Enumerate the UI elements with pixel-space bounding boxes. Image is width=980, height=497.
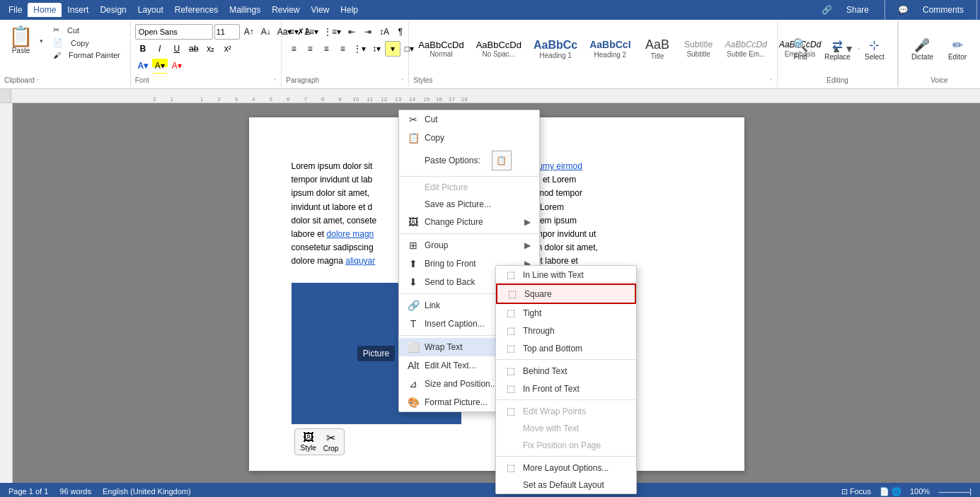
menu-insert[interactable]: Insert — [62, 3, 94, 17]
focus-button[interactable]: ⊡ Focus — [841, 487, 871, 496]
style-heading2[interactable]: AaBbCcI Heading 2 — [584, 28, 635, 69]
show-formatting-button[interactable]: ¶ — [393, 24, 408, 40]
crop-icon: ✂ — [326, 431, 335, 445]
ctx-wrap-text-label: Wrap Text — [425, 342, 463, 352]
align-right-button[interactable]: ≡ — [318, 41, 334, 57]
link-dolore[interactable]: dolore magn — [327, 229, 374, 239]
sub-default-layout[interactable]: Set as Default Layout — [496, 476, 636, 493]
ctx-change-picture-label: Change Picture — [425, 217, 483, 227]
zoom-slider[interactable]: ————| — [938, 487, 972, 496]
style-subtle[interactable]: AaBbCcDd Subtle Em... — [720, 28, 772, 69]
decrease-indent-button[interactable]: ⇤ — [344, 24, 359, 40]
copy-icon: 📄 — [50, 37, 66, 48]
menu-references[interactable]: References — [169, 3, 224, 17]
decrease-font-button[interactable]: A↓ — [258, 24, 274, 40]
menu-home[interactable]: Home — [28, 3, 62, 17]
align-left-button[interactable]: ≡ — [286, 41, 301, 57]
style-subtitle[interactable]: Subtitle Subtitle — [679, 28, 718, 69]
sub-tight[interactable]: ⬚ Tight — [496, 304, 636, 322]
style-normal[interactable]: AaBbCcDd Normal — [413, 28, 468, 69]
menu-view[interactable]: View — [306, 3, 335, 17]
comments-button[interactable]: 💬 Comments — [884, 0, 977, 21]
crop-button[interactable]: ✂ Crop — [323, 431, 339, 452]
style-h1-name: Heading 1 — [539, 52, 572, 59]
strikethrough-button[interactable]: ab — [186, 41, 202, 57]
sub-square[interactable]: ⬚ Square — [496, 283, 636, 304]
find-button[interactable]: 🔍 Find — [785, 35, 816, 64]
ctx-cut[interactable]: ✂ Cut — [399, 110, 539, 129]
paste-keep-source[interactable]: 📋 — [492, 151, 512, 170]
menu-review[interactable]: Review — [266, 3, 305, 17]
sub-more-layout[interactable]: ⬚ More Layout Options... — [496, 459, 636, 476]
view-web-button[interactable]: 🌐 — [892, 487, 901, 496]
numbering-button[interactable]: 1≡▾ — [302, 24, 321, 40]
ctx-save-picture[interactable]: Save as Picture... — [399, 196, 539, 213]
subscript-button[interactable]: x₂ — [203, 41, 219, 57]
ctx-cut-label: Cut — [425, 115, 438, 124]
font-name-select[interactable] — [135, 24, 213, 40]
bold-button[interactable]: B — [135, 41, 151, 57]
editor-button[interactable]: ✏ Editor — [942, 35, 973, 64]
highlight-button[interactable]: A▾ — [152, 58, 168, 74]
style-title[interactable]: AaB Title — [638, 28, 677, 69]
menu-layout[interactable]: Layout — [132, 3, 169, 17]
share-button[interactable]: 🔗 Share — [809, 0, 882, 20]
style-nospace-preview: AaBbCcDd — [476, 40, 521, 51]
font-size-select[interactable] — [214, 24, 240, 40]
styles-dialog-expand[interactable]: ⬝ — [769, 76, 773, 84]
ctx-change-picture[interactable]: 🖼 Change Picture ▶ — [399, 213, 539, 231]
view-print-button[interactable]: 📄 — [880, 487, 889, 496]
menu-help[interactable]: Help — [335, 3, 364, 17]
select-button[interactable]: ⊹ Select — [859, 35, 890, 64]
ctx-copy[interactable]: 📋 Copy — [399, 129, 539, 147]
style-subtle-preview: AaBbCcDd — [725, 40, 767, 49]
line-spacing-button[interactable]: ↕▾ — [369, 41, 384, 57]
increase-font-button[interactable]: A↑ — [241, 24, 257, 40]
menu-mailings[interactable]: Mailings — [224, 3, 266, 17]
group-arrow: ▶ — [524, 240, 531, 250]
copy-ctx-icon: 📋 — [408, 132, 419, 144]
increase-indent-button[interactable]: ⇥ — [360, 24, 376, 40]
font-color-button[interactable]: A▾ — [169, 58, 185, 74]
style-h2-name: Heading 2 — [594, 51, 627, 59]
underline-button[interactable]: U — [169, 41, 185, 57]
font-expand[interactable]: ⬝ — [273, 76, 277, 84]
style-nospace[interactable]: AaBbCcDd No Spac... — [471, 28, 526, 69]
size-position-icon: ⊿ — [408, 378, 419, 390]
voice-group: 🎤 Dictate ✏ Editor Voice — [898, 21, 980, 87]
caption-icon: T — [408, 318, 419, 329]
multilevel-list-button[interactable]: ⋮≡▾ — [321, 24, 343, 40]
bullets-button[interactable]: ≡▾ — [286, 24, 301, 40]
share-icon: 🔗 — [816, 3, 838, 17]
ctx-bring-front-label: Bring to Front — [425, 259, 476, 269]
style-heading1[interactable]: AaBbCc Heading 1 — [529, 28, 582, 69]
paste-dropdown[interactable]: ▾ — [38, 32, 45, 50]
replace-button[interactable]: ⇄ Replace — [819, 35, 856, 64]
paragraph-expand[interactable]: ⬝ — [400, 76, 404, 84]
cut-button[interactable]: ✂ Cut — [47, 24, 126, 36]
format-painter-button[interactable]: 🖌 Format Painter — [47, 49, 126, 61]
dictate-button[interactable]: 🎤 Dictate — [906, 35, 939, 64]
ctx-group[interactable]: ⊞ Group ▶ — [399, 236, 539, 255]
sub-behind[interactable]: ⬚ Behind Text — [496, 362, 636, 380]
style-button[interactable]: 🖼 Style — [301, 431, 316, 452]
text-effects-button[interactable]: A▾ — [135, 58, 151, 74]
justify-button[interactable]: ≡ — [335, 41, 350, 57]
sub-inline[interactable]: ⬚ In Line with Text — [496, 266, 636, 283]
menu-file[interactable]: File — [3, 3, 28, 17]
italic-button[interactable]: I — [152, 41, 168, 57]
column-button[interactable]: ⋮▾ — [351, 41, 368, 57]
cut-label: Cut — [64, 25, 82, 35]
paste-button[interactable]: 📋 Paste — [4, 24, 38, 57]
shading-button[interactable]: ▾ — [385, 41, 400, 57]
copy-button[interactable]: 📄 Copy — [47, 37, 126, 49]
link-aliquam[interactable]: aliquyar — [345, 256, 375, 266]
sub-topbottom[interactable]: ⬚ Top and Bottom — [496, 339, 636, 357]
sub-through[interactable]: ⬚ Through — [496, 322, 636, 339]
menu-design[interactable]: Design — [94, 3, 132, 17]
superscript-button[interactable]: x² — [220, 41, 236, 57]
align-center-button[interactable]: ≡ — [302, 41, 318, 57]
sub-infront[interactable]: ⬚ In Front of Text — [496, 380, 636, 397]
clipboard-expand[interactable]: ⬝ — [36, 76, 40, 84]
sort-button[interactable]: ↕A — [376, 24, 392, 40]
